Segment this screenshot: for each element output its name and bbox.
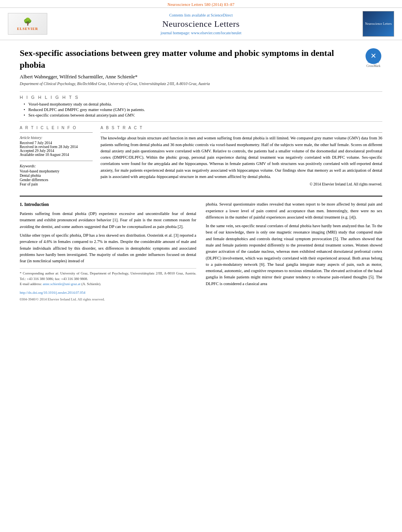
keyword-4: Fear of pain <box>20 182 93 186</box>
intro-para-4: In the same vein, sex-specific neural co… <box>206 223 382 287</box>
doi-link[interactable]: http://dx.doi.org/10.1016/j.neulet.2014.… <box>20 290 196 296</box>
highlights-list: Voxel-based morphometry study on dental … <box>20 102 382 117</box>
article-info-title: A R T I C L E I N F O <box>20 126 93 130</box>
crossmark-icon: ✕ CrossMark <box>365 47 382 65</box>
highlights-label: H I G H L I G H T S <box>20 95 382 100</box>
footer-copyright: 0304-3940/© 2014 Elsevier Ireland Ltd. A… <box>20 297 196 302</box>
article-info-divider <box>20 132 93 133</box>
journal-cover-label: Neuroscience Letters <box>365 22 392 26</box>
article-title: Sex-specific associations between grey m… <box>20 47 359 70</box>
keyword-1: Voxel-based morphometry <box>20 169 93 173</box>
keywords-divider <box>20 161 93 161</box>
article-history-block: Article history: Received 7 July 2014 Re… <box>20 136 93 157</box>
introduction-heading: 1. Introduction <box>20 201 196 208</box>
received-revised-date: Received in revised form 28 July 2014 <box>20 145 93 149</box>
svg-text:✕: ✕ <box>370 52 376 60</box>
email-label: E-mail address: <box>20 282 42 286</box>
highlight-item-1: Voxel-based morphometry study on dental … <box>24 102 382 106</box>
journal-title: Neuroscience Letters <box>55 19 347 29</box>
email-person: (A. Schienle). <box>81 282 101 286</box>
elsevier-logo: 🌳 ELSEVIER <box>8 13 47 35</box>
body-top-divider <box>20 196 382 196</box>
homepage-line: journal homepage: www.elsevier.com/locat… <box>55 31 347 35</box>
elsevier-text: ELSEVIER <box>17 27 38 31</box>
journal-info-center: Contents lists available at ScienceDirec… <box>55 13 347 35</box>
journal-cover-thumbnail: Neuroscience Letters <box>363 11 394 37</box>
citation-text: Neuroscience Letters 580 (2014) 83–87 <box>168 2 234 7</box>
abstract-body: The knowledge about brain structure and … <box>100 136 382 179</box>
email-link[interactable]: anne.schienle@uni-graz.at <box>43 282 80 286</box>
body-text-section: 1. Introduction Patients suffering from … <box>20 201 382 302</box>
affiliation: Department of Clinical Psychology, BioTe… <box>20 82 382 86</box>
footnote-star: * Corresponding author at: University of… <box>20 271 196 282</box>
available-date: Available online 10 August 2014 <box>20 153 93 157</box>
authors: Albert Wabnegger, Wilfried Scharmüller, … <box>20 74 382 80</box>
homepage-link[interactable]: www.elsevier.com/locate/neulet <box>191 31 242 35</box>
sciencedirect-link[interactable]: ScienceDirect <box>210 13 233 17</box>
abstract-divider <box>100 132 382 133</box>
highlight-item-2: Reduced DLPFC and DMPFC grey matter volu… <box>24 108 382 112</box>
tree-icon: 🌳 <box>23 17 32 26</box>
keywords-label: Keywords: <box>20 164 93 168</box>
intro-para-1: Patients suffering from dental phobia (D… <box>20 211 196 230</box>
main-content: Sex-specific associations between grey m… <box>0 40 402 310</box>
contents-line: Contents lists available at ScienceDirec… <box>55 13 347 17</box>
journal-cover-area: Neuroscience Letters <box>347 11 394 37</box>
keywords-list: Voxel-based morphometry Dental phobia Ge… <box>20 169 93 186</box>
elsevier-logo-area: 🌳 ELSEVIER <box>8 13 55 35</box>
highlight-item-3: Sex-specific correlations between dental… <box>24 113 382 117</box>
received-date: Received 7 July 2014 <box>20 141 93 145</box>
intro-para-3: phobia. Several questionnaire studies re… <box>206 201 382 221</box>
keyword-2: Dental phobia <box>20 174 93 178</box>
body-col-left: 1. Introduction Patients suffering from … <box>20 201 196 302</box>
article-title-section: Sex-specific associations between grey m… <box>20 44 382 70</box>
homepage-text: journal homepage: <box>161 31 191 35</box>
accepted-date: Accepted 29 July 2014 <box>20 149 93 153</box>
abstract-column: A B S T R A C T The knowledge about brai… <box>100 126 382 190</box>
history-label: Article history: <box>20 136 93 140</box>
article-info-abstract-section: A R T I C L E I N F O Article history: R… <box>20 126 382 190</box>
crossmark-label: CrossMark <box>365 64 382 68</box>
crossmark-logo: ✕ CrossMark CrossMark <box>365 47 382 68</box>
contents-text: Contents lists available at <box>169 13 210 17</box>
keywords-block: Keywords: Voxel-based morphometry Dental… <box>20 164 93 186</box>
keyword-3: Gender differences <box>20 178 93 182</box>
abstract-text: The knowledge about brain structure and … <box>100 135 382 180</box>
footnotes-section: * Corresponding author at: University of… <box>20 268 196 287</box>
highlights-top-divider <box>20 91 382 92</box>
footnote-email: E-mail address: anne.schienle@uni-graz.a… <box>20 282 196 287</box>
svg-text:CrossMark: CrossMark <box>368 61 380 63</box>
citation-bar: Neuroscience Letters 580 (2014) 83–87 <box>0 0 402 7</box>
intro-para-2: Unlike other types of specific phobia, D… <box>20 232 196 264</box>
article-info-column: A R T I C L E I N F O Article history: R… <box>20 126 93 190</box>
copyright-line: © 2014 Elsevier Ireland Ltd. All rights … <box>100 182 382 186</box>
abstract-title: A B S T R A C T <box>100 126 382 130</box>
article-info-top-divider <box>20 121 382 122</box>
body-col-right: phobia. Several questionnaire studies re… <box>206 201 382 302</box>
journal-header: 🌳 ELSEVIER Contents lists available at S… <box>0 7 402 40</box>
